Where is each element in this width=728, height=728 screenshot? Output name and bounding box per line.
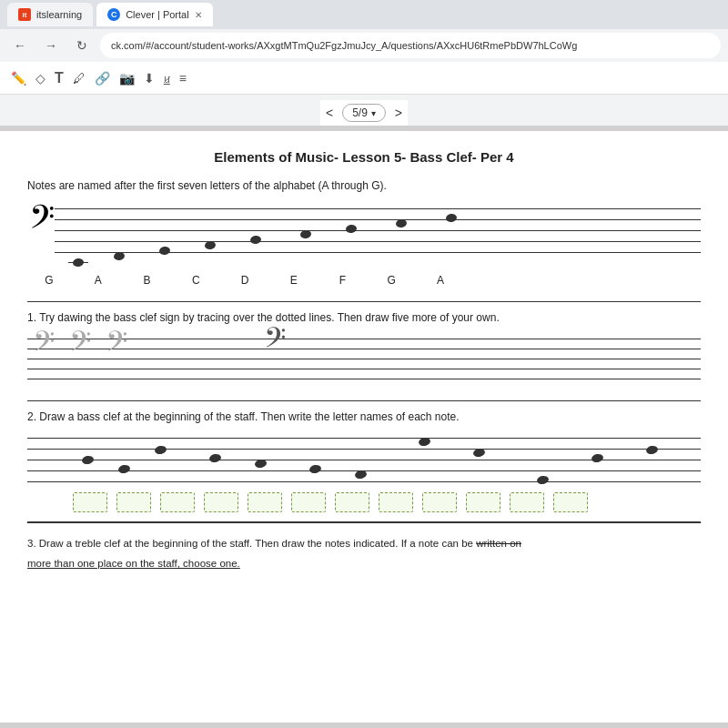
tab-itslearning-label: itslearning bbox=[36, 9, 82, 20]
answer-box-7[interactable] bbox=[335, 492, 369, 512]
q2-note-1 bbox=[81, 455, 94, 465]
answer-box-2[interactable] bbox=[116, 492, 151, 512]
staff-line-4 bbox=[55, 241, 701, 242]
camera-icon[interactable]: 📷 bbox=[119, 71, 135, 86]
q2-note-6 bbox=[308, 464, 321, 474]
q2-line-2 bbox=[27, 449, 701, 450]
drawn-clef: 𝄢 bbox=[264, 324, 286, 359]
q2-note-5 bbox=[254, 459, 267, 469]
q1-line-1 bbox=[27, 339, 701, 339]
q1-line-5 bbox=[27, 379, 701, 379]
q1-line-3 bbox=[27, 359, 701, 359]
label-F: F bbox=[334, 274, 352, 287]
label-B: B bbox=[138, 274, 157, 287]
prev-page-button[interactable]: < bbox=[320, 104, 339, 122]
tab-itslearning[interactable]: it itslearning bbox=[7, 3, 93, 26]
download-icon[interactable]: ⬇ bbox=[144, 71, 155, 86]
note-A2 bbox=[445, 213, 457, 223]
diamond-icon[interactable]: ◇ bbox=[35, 71, 46, 86]
q3-line2: more than one place on the staff, choose… bbox=[27, 558, 240, 569]
q2-line-1 bbox=[27, 438, 701, 439]
pen-icon[interactable]: 🖊 bbox=[73, 71, 86, 86]
label-A: A bbox=[89, 274, 107, 287]
answer-box-6[interactable] bbox=[291, 492, 326, 512]
question-2-text: 2. Draw a bass clef at the beginning of … bbox=[27, 410, 701, 423]
text-icon[interactable]: T bbox=[55, 70, 64, 86]
underline-icon[interactable]: ꞹ bbox=[164, 71, 170, 86]
note-F bbox=[345, 224, 357, 234]
reload-button[interactable]: ↻ bbox=[69, 33, 95, 58]
page-number[interactable]: 5/9 ▾ bbox=[342, 104, 386, 122]
staff-lines: 𝄢 bbox=[55, 199, 701, 272]
pencil-icon[interactable]: ✏️ bbox=[11, 71, 26, 86]
back-button[interactable]: ← bbox=[7, 33, 33, 58]
address-bar-row: ← → ↻ bbox=[0, 29, 728, 62]
answer-box-5[interactable] bbox=[248, 492, 282, 512]
note-labels: G A B C D E F G A bbox=[40, 274, 450, 287]
tab-bar: it itslearning C Clever | Portal ✕ bbox=[0, 0, 728, 29]
divider-1 bbox=[27, 301, 701, 302]
answer-box-12[interactable] bbox=[553, 492, 588, 512]
q3-prefix: 3. Draw a treble clef at the beginning o… bbox=[27, 538, 476, 549]
menu-icon[interactable]: ≡ bbox=[179, 71, 187, 86]
answer-box-4[interactable] bbox=[204, 492, 238, 512]
ledger-line-G bbox=[68, 262, 88, 263]
label-G2: G bbox=[382, 274, 400, 287]
staff-line-2 bbox=[55, 219, 701, 220]
q2-note-3 bbox=[154, 445, 167, 455]
answer-boxes-row bbox=[73, 492, 701, 512]
note-A1 bbox=[113, 251, 125, 261]
next-page-button[interactable]: > bbox=[389, 104, 408, 122]
question-3-container: 3. Draw a treble clef at the beginning o… bbox=[27, 521, 701, 569]
note-B bbox=[158, 246, 170, 256]
q2-note-4 bbox=[208, 453, 221, 463]
answer-box-10[interactable] bbox=[466, 492, 500, 512]
tab-close-icon[interactable]: ✕ bbox=[195, 10, 202, 20]
question-1-text: 1. Try dawing the bass clef sign by trac… bbox=[27, 311, 701, 324]
note-D bbox=[249, 235, 261, 245]
note-C bbox=[204, 240, 216, 250]
staff-line-1 bbox=[55, 208, 701, 209]
address-input[interactable] bbox=[100, 33, 721, 58]
q2-staff-container bbox=[27, 430, 701, 485]
music-staff-intro: 𝄢 bbox=[27, 199, 701, 287]
divider-2 bbox=[27, 400, 701, 401]
answer-box-9[interactable] bbox=[422, 492, 457, 512]
q3-strikethrough: written on bbox=[476, 538, 521, 549]
staff-line-3 bbox=[55, 230, 701, 231]
q1-staff: 𝄢 𝄢 𝄢 𝄢 bbox=[27, 331, 701, 386]
q2-note-9 bbox=[472, 448, 485, 458]
page-navigation: < 5/9 ▾ > bbox=[320, 100, 408, 126]
q1-line-2 bbox=[27, 349, 701, 349]
label-D: D bbox=[236, 274, 254, 287]
intro-text: Notes are named after the first seven le… bbox=[27, 179, 701, 192]
tab-clever-label: Clever | Portal bbox=[126, 9, 189, 20]
tracing-area[interactable]: 𝄢 𝄢 𝄢 𝄢 bbox=[27, 331, 701, 386]
label-C: C bbox=[187, 274, 205, 287]
itslearning-favicon: it bbox=[18, 8, 31, 21]
q2-note-2 bbox=[117, 464, 130, 474]
dotted-clef-2: 𝄢 bbox=[69, 328, 91, 362]
dotted-clef-1: 𝄢 bbox=[33, 328, 55, 362]
q2-note-10 bbox=[536, 475, 549, 485]
link-icon[interactable]: 🔗 bbox=[95, 71, 110, 86]
note-E bbox=[299, 229, 311, 239]
dotted-clef-3: 𝄢 bbox=[106, 328, 127, 362]
q2-note-12 bbox=[645, 445, 658, 455]
q2-note-11 bbox=[591, 453, 603, 463]
bass-clef-symbol: 𝄢 bbox=[29, 201, 55, 241]
toolbar-row: ✏️ ◇ T 🖊 🔗 📷 ⬇ ꞹ ≡ bbox=[0, 62, 728, 95]
browser-chrome: it itslearning C Clever | Portal ✕ ← → ↻… bbox=[0, 0, 728, 126]
chevron-down-icon: ▾ bbox=[371, 108, 376, 118]
forward-button[interactable]: → bbox=[38, 33, 64, 58]
main-content: Elements of Music- Lesson 5- Bass Clef- … bbox=[0, 131, 728, 723]
question-3-text: 3. Draw a treble clef at the beginning o… bbox=[27, 538, 701, 549]
tab-clever[interactable]: C Clever | Portal ✕ bbox=[96, 3, 213, 26]
answer-box-11[interactable] bbox=[510, 492, 544, 512]
q2-note-7 bbox=[354, 470, 367, 480]
answer-box-1[interactable] bbox=[73, 492, 107, 512]
answer-box-3[interactable] bbox=[160, 492, 195, 512]
label-G: G bbox=[40, 274, 58, 287]
label-E: E bbox=[285, 274, 303, 287]
answer-box-8[interactable] bbox=[379, 492, 413, 512]
